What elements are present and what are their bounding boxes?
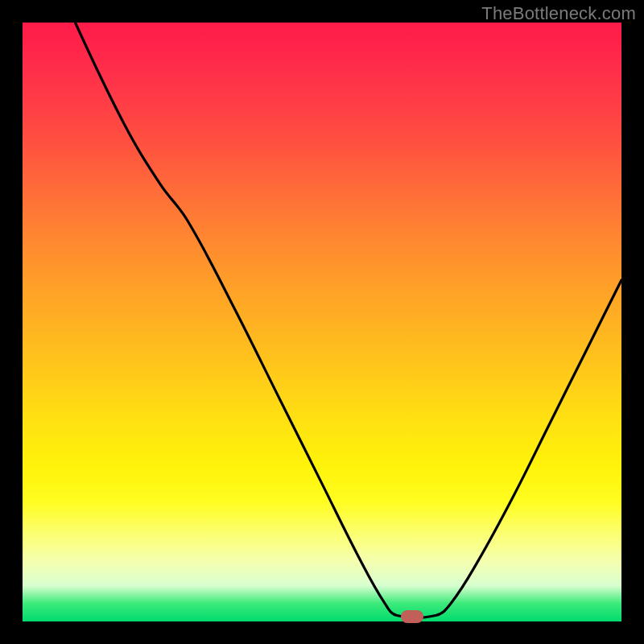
watermark-text: TheBottleneck.com bbox=[481, 3, 636, 24]
curve-svg bbox=[23, 23, 621, 621]
optimum-marker bbox=[401, 610, 423, 623]
plot-area bbox=[23, 23, 621, 621]
chart-stage: TheBottleneck.com bbox=[0, 0, 644, 644]
bottleneck-curve bbox=[75, 23, 621, 618]
